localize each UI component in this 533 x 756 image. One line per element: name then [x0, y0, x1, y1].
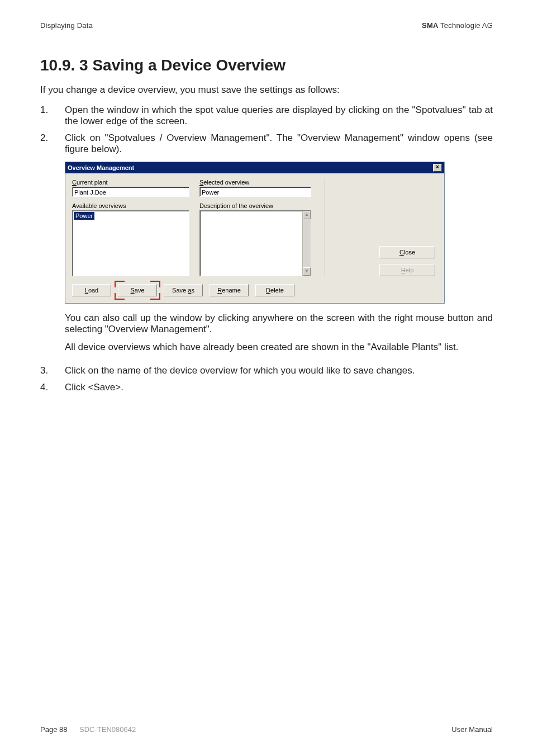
- header-company: Technologie AG: [439, 21, 493, 30]
- step-body: Open the window in which the spot value …: [65, 105, 493, 127]
- step-note: You can also call up the window by click…: [65, 313, 493, 335]
- step-note: All device overviews which have already …: [65, 342, 493, 353]
- step-text: Click on "Spotvalues / Overview Manageme…: [65, 133, 493, 155]
- highlight-corner-icon: [150, 281, 160, 287]
- step-body: Click on the name of the device overview…: [65, 365, 493, 376]
- right-column: Close Help: [325, 179, 437, 276]
- left-column: Current plant Plant J.Doe Available over…: [72, 179, 189, 276]
- step-number: 4.: [40, 382, 65, 393]
- rename-button[interactable]: Rename: [210, 284, 249, 296]
- list-item[interactable]: Power: [74, 212, 94, 220]
- highlight-corner-icon: [115, 293, 125, 300]
- available-overviews-label: Available overviews: [72, 202, 189, 209]
- lead-text: If you change a device overview, you mus…: [40, 84, 493, 96]
- step-number: 1.: [40, 105, 65, 127]
- button-row: Load Save Save as Rename Delete: [72, 284, 437, 296]
- footer-left: Page 88 SDC-TEN080642: [40, 725, 136, 734]
- delete-button[interactable]: Delete: [255, 284, 294, 296]
- close-icon[interactable]: ×: [433, 164, 442, 172]
- step-body: Click on "Spotvalues / Overview Manageme…: [65, 133, 493, 360]
- window-title: Overview Management: [68, 164, 134, 171]
- step-number: 2.: [40, 133, 65, 360]
- scroll-down-icon[interactable]: ▼: [303, 267, 311, 276]
- step-1: 1. Open the window in which the spot val…: [40, 105, 493, 127]
- step-4: 4. Click <Save>.: [40, 382, 493, 393]
- selected-overview-label: Selected overview: [199, 179, 311, 186]
- close-button[interactable]: Close: [379, 246, 435, 258]
- step-3: 3. Click on the name of the device overv…: [40, 365, 493, 376]
- step-number: 3.: [40, 365, 65, 376]
- steps-list: 1. Open the window in which the spot val…: [40, 105, 493, 393]
- save-as-button[interactable]: Save as: [164, 284, 203, 296]
- footer-right: User Manual: [451, 725, 493, 734]
- overview-management-window: Overview Management × Current plant Plan…: [65, 162, 445, 304]
- current-plant-field[interactable]: Plant J.Doe: [72, 187, 189, 197]
- overview-management-figure: Overview Management × Current plant Plan…: [65, 162, 493, 304]
- middle-column: Selected overview Power Description of t…: [199, 179, 311, 276]
- description-textarea[interactable]: ▲ ▼: [199, 210, 311, 276]
- page-footer: Page 88 SDC-TEN080642 User Manual: [40, 725, 493, 734]
- save-button-highlight: Save: [118, 284, 157, 296]
- page-number: Page 88: [40, 725, 67, 734]
- step-body: Click <Save>.: [65, 382, 493, 393]
- header-left: Displaying Data: [40, 21, 93, 30]
- titlebar: Overview Management ×: [65, 162, 444, 173]
- header-brand: SMA: [422, 21, 439, 30]
- selected-overview-field[interactable]: Power: [199, 187, 311, 197]
- scroll-up-icon[interactable]: ▲: [303, 211, 311, 219]
- window-body: Current plant Plant J.Doe Available over…: [65, 173, 444, 303]
- step-2: 2. Click on "Spotvalues / Overview Manag…: [40, 133, 493, 360]
- page-header: Displaying Data SMA Technologie AG: [40, 21, 493, 30]
- description-label: Description of the overview: [199, 202, 311, 209]
- highlight-corner-icon: [115, 281, 125, 287]
- document-id: SDC-TEN080642: [79, 725, 136, 734]
- scrollbar[interactable]: ▲ ▼: [302, 211, 311, 276]
- load-button[interactable]: Load: [72, 284, 111, 296]
- header-right: SMA Technologie AG: [422, 21, 493, 30]
- help-button[interactable]: Help: [379, 264, 435, 276]
- current-plant-label: Current plant: [72, 179, 189, 186]
- section-title: 10.9. 3 Saving a Device Overview: [40, 56, 493, 74]
- available-overviews-list[interactable]: Power: [72, 210, 189, 276]
- highlight-corner-icon: [150, 293, 160, 300]
